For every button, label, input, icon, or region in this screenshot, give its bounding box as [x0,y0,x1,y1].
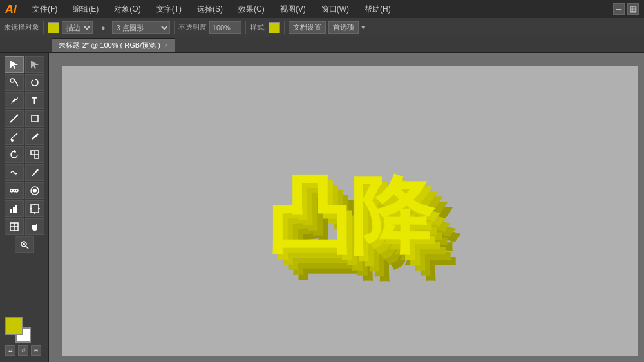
line-tool[interactable] [5,110,24,127]
text-main-layer: 凸降 [267,160,432,274]
tool-row-3: T [3,92,46,109]
menu-object[interactable]: 对象(O) [111,3,143,16]
svg-marker-0 [10,61,18,69]
type-icon: T [32,95,37,106]
color-area: ⇄ ↺ □ [0,313,48,359]
menu-select[interactable]: 选择(S) [194,3,225,16]
tool-row-8 [3,182,46,199]
tool-row-5 [3,128,46,145]
fill-color-swatch[interactable] [48,22,59,33]
style-label: 样式: [250,23,266,32]
tool-row-7 [3,164,46,181]
svg-rect-17 [31,205,39,213]
menu-view[interactable]: 视图(V) [278,3,308,16]
tab-title: 未标题-2* @ 100% ( RGB/预览 ) [59,41,160,50]
brush-size-select[interactable]: 3 点圆形 [112,21,170,34]
magic-wand-tool[interactable] [5,74,24,91]
main-layout: T [0,53,644,362]
none-color-button[interactable]: □ [31,345,41,356]
type-tool[interactable]: T [25,92,44,109]
divider-4 [245,21,246,34]
direct-selection-tool[interactable] [25,56,44,73]
divider-2 [97,21,97,34]
tab-close-button[interactable]: × [164,42,168,49]
menu-help[interactable]: 帮助(H) [362,3,393,16]
lasso-tool[interactable] [25,74,44,91]
panel-toggle-button[interactable]: ▦ [627,3,639,15]
svg-marker-1 [31,61,39,69]
divider-1 [43,21,44,34]
menu-file[interactable]: 文件(F) [30,3,60,16]
tool-row-1 [3,56,46,73]
tool-row-6 [3,146,46,163]
symbol-tool[interactable] [25,182,44,199]
title-bar: Ai 文件(F) 编辑(E) 对象(O) 文字(T) 选择(S) 效果(C) 视… [0,0,644,18]
text-3d-container: 凸降 凸降 凸降 凸降 凸降 凸降 [267,160,432,274]
opacity-label: 不透明度 [178,23,207,32]
doc-settings-button[interactable]: 文档设置 [289,21,326,34]
menu-edit[interactable]: 编辑(E) [70,3,101,16]
rect-tool[interactable] [25,110,44,127]
menu-effect[interactable]: 效果(C) [236,3,267,16]
left-toolbar: T [0,53,49,362]
document-tab[interactable]: 未标题-2* @ 100% ( RGB/预览 ) × [52,38,175,52]
tool-row-9 [3,200,46,217]
tool-row-11 [3,236,46,253]
svg-point-6 [11,139,14,142]
pen-tool[interactable] [5,92,24,109]
warp-tool[interactable] [5,164,24,181]
divider-5 [284,21,285,34]
eyedropper-tool[interactable] [25,164,44,181]
app-logo: Ai [5,3,17,16]
svg-point-11 [10,189,13,192]
menu-text[interactable]: 文字(T) [154,3,184,16]
svg-rect-8 [35,155,39,158]
svg-point-3 [10,79,14,82]
menu-window[interactable]: 窗口(W) [319,3,352,16]
minimize-button[interactable]: ─ [613,3,625,15]
divider-3 [174,21,175,34]
column-graph-tool[interactable] [5,200,24,217]
preferences-button[interactable]: 首选项 [328,21,359,34]
preferences-arrow[interactable]: ▾ [361,23,365,32]
svg-line-26 [26,246,28,249]
blend-tool[interactable] [5,182,24,199]
selection-tool[interactable] [5,56,24,73]
hand-tool[interactable] [25,218,44,235]
status-label: 未选择对象 [4,23,39,32]
canvas-content: 凸降 凸降 凸降 凸降 凸降 凸降 [62,66,638,356]
rotate-tool[interactable] [5,146,24,163]
svg-line-4 [10,115,18,122]
pencil-tool[interactable] [25,128,44,145]
tool-row-10 [3,218,46,235]
swatch-icons: ⇄ ↺ □ [5,345,43,356]
tab-bar: 未标题-2* @ 100% ( RGB/预览 ) × [0,37,644,53]
opacity-input[interactable] [209,21,242,34]
foreground-color-swatch[interactable] [5,317,23,335]
svg-line-2 [14,79,18,86]
slice-tool[interactable] [5,218,24,235]
svg-rect-7 [31,151,35,155]
artboard-tool[interactable] [25,200,44,217]
swap-colors-button[interactable]: ⇄ [5,345,15,356]
stroke-select[interactable]: 描边 [62,21,93,34]
tool-row-4 [3,110,46,127]
brush-indicator: ● [101,24,109,32]
scale-tool[interactable] [25,146,44,163]
swatch-stack [5,317,31,343]
canvas-area: 凸降 凸降 凸降 凸降 凸降 凸降 [49,53,644,362]
svg-rect-15 [13,207,15,213]
paintbrush-tool[interactable] [5,128,24,145]
svg-rect-5 [32,115,38,122]
toolbar: 未选择对象 描边 ● 3 点圆形 不透明度 样式: 文档设置 首选项 ▾ [0,18,644,37]
zoom-tool[interactable] [15,236,34,253]
svg-rect-14 [10,209,12,213]
canvas-background: 凸降 凸降 凸降 凸降 凸降 凸降 [62,66,638,356]
style-swatch[interactable] [269,22,280,33]
svg-rect-16 [15,205,17,213]
default-colors-button[interactable]: ↺ [18,345,28,356]
tool-row-2 [3,74,46,91]
